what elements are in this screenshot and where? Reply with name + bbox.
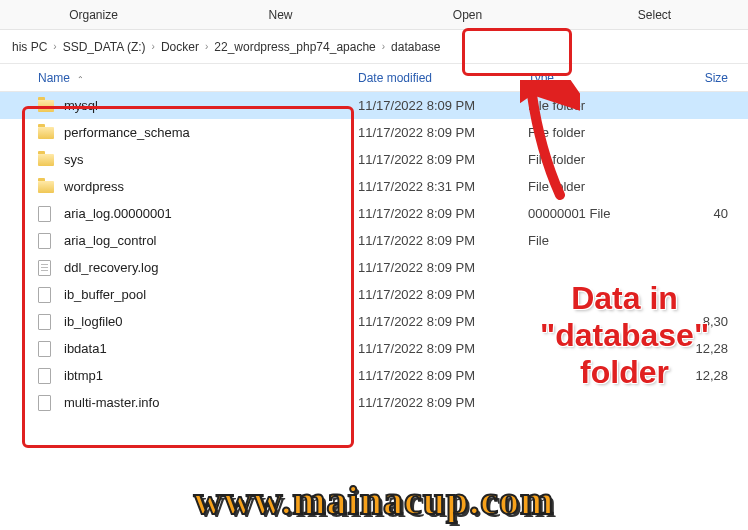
file-icon bbox=[38, 314, 51, 330]
file-name: aria_log_control bbox=[64, 233, 358, 248]
file-icon bbox=[38, 341, 51, 357]
file-date: 11/17/2022 8:09 PM bbox=[358, 206, 528, 221]
breadcrumb-item[interactable]: database bbox=[387, 40, 444, 54]
toolbar-open[interactable]: Open bbox=[374, 0, 561, 29]
column-size[interactable]: Size bbox=[668, 71, 728, 85]
file-date: 11/17/2022 8:09 PM bbox=[358, 260, 528, 275]
document-icon bbox=[38, 260, 51, 276]
file-date: 11/17/2022 8:09 PM bbox=[358, 125, 528, 140]
file-size: 8,30 bbox=[668, 314, 728, 329]
file-row[interactable]: ib_buffer_pool11/17/2022 8:09 PM bbox=[0, 281, 748, 308]
file-row[interactable]: sys11/17/2022 8:09 PMFile folder bbox=[0, 146, 748, 173]
file-date: 11/17/2022 8:09 PM bbox=[358, 152, 528, 167]
file-row[interactable]: wordpress11/17/2022 8:31 PMFile folder bbox=[0, 173, 748, 200]
file-row[interactable]: ibdata111/17/2022 8:09 PM12,28 bbox=[0, 335, 748, 362]
file-type: File bbox=[528, 233, 668, 248]
file-date: 11/17/2022 8:09 PM bbox=[358, 314, 528, 329]
toolbar-organize[interactable]: Organize bbox=[0, 0, 187, 29]
column-label: Name bbox=[38, 71, 70, 85]
file-name: ddl_recovery.log bbox=[64, 260, 358, 275]
file-name: ib_logfile0 bbox=[64, 314, 358, 329]
file-name: ib_buffer_pool bbox=[64, 287, 358, 302]
file-row[interactable]: performance_schema11/17/2022 8:09 PMFile… bbox=[0, 119, 748, 146]
file-name: multi-master.info bbox=[64, 395, 358, 410]
file-row[interactable]: mysql11/17/2022 8:09 PMFile folder bbox=[0, 92, 748, 119]
file-size: 12,28 bbox=[668, 368, 728, 383]
folder-icon bbox=[38, 127, 54, 139]
file-name: ibdata1 bbox=[64, 341, 358, 356]
file-icon bbox=[38, 233, 51, 249]
breadcrumb-item[interactable]: SSD_DATA (Z:) bbox=[59, 40, 150, 54]
file-row[interactable]: aria_log.0000000111/17/2022 8:09 PM00000… bbox=[0, 200, 748, 227]
file-date: 11/17/2022 8:09 PM bbox=[358, 98, 528, 113]
file-row[interactable]: aria_log_control11/17/2022 8:09 PMFile bbox=[0, 227, 748, 254]
file-name: mysql bbox=[64, 98, 358, 113]
file-date: 11/17/2022 8:31 PM bbox=[358, 179, 528, 194]
chevron-right-icon: › bbox=[380, 41, 387, 52]
toolbar-select[interactable]: Select bbox=[561, 0, 748, 29]
file-name: ibtmp1 bbox=[64, 368, 358, 383]
file-row[interactable]: ib_logfile011/17/2022 8:09 PM8,30 bbox=[0, 308, 748, 335]
toolbar-new[interactable]: New bbox=[187, 0, 374, 29]
sort-ascending-icon: ⌃ bbox=[77, 75, 84, 84]
file-date: 11/17/2022 8:09 PM bbox=[358, 233, 528, 248]
chevron-right-icon: › bbox=[203, 41, 210, 52]
chevron-right-icon: › bbox=[51, 41, 58, 52]
file-name: performance_schema bbox=[64, 125, 358, 140]
file-name: sys bbox=[64, 152, 358, 167]
file-size: 12,28 bbox=[668, 341, 728, 356]
breadcrumb-item[interactable]: Docker bbox=[157, 40, 203, 54]
file-icon bbox=[38, 368, 51, 384]
column-name[interactable]: Name ⌃ bbox=[38, 71, 358, 85]
file-row[interactable]: ibtmp111/17/2022 8:09 PM12,28 bbox=[0, 362, 748, 389]
column-type[interactable]: Type bbox=[528, 71, 668, 85]
file-type: 00000001 File bbox=[528, 206, 668, 221]
folder-icon bbox=[38, 100, 54, 112]
folder-icon bbox=[38, 154, 54, 166]
file-icon bbox=[38, 395, 51, 411]
columns-header: Name ⌃ Date modified Type Size bbox=[0, 64, 748, 92]
file-icon bbox=[38, 287, 51, 303]
file-icon bbox=[38, 206, 51, 222]
breadcrumb[interactable]: his PC › SSD_DATA (Z:) › Docker › 22_wor… bbox=[0, 30, 748, 64]
file-date: 11/17/2022 8:09 PM bbox=[358, 287, 528, 302]
file-date: 11/17/2022 8:09 PM bbox=[358, 395, 528, 410]
toolbar: Organize New Open Select bbox=[0, 0, 748, 30]
file-list: mysql11/17/2022 8:09 PMFile folderperfor… bbox=[0, 92, 748, 416]
folder-icon bbox=[38, 181, 54, 193]
chevron-right-icon: › bbox=[150, 41, 157, 52]
breadcrumb-item[interactable]: his PC bbox=[8, 40, 51, 54]
file-date: 11/17/2022 8:09 PM bbox=[358, 368, 528, 383]
file-row[interactable]: ddl_recovery.log11/17/2022 8:09 PM bbox=[0, 254, 748, 281]
file-date: 11/17/2022 8:09 PM bbox=[358, 341, 528, 356]
file-type: File folder bbox=[528, 152, 668, 167]
breadcrumb-item[interactable]: 22_wordpress_php74_apache bbox=[210, 40, 379, 54]
file-size: 40 bbox=[668, 206, 728, 221]
file-type: File folder bbox=[528, 179, 668, 194]
file-type: File folder bbox=[528, 98, 668, 113]
file-row[interactable]: multi-master.info11/17/2022 8:09 PM bbox=[0, 389, 748, 416]
watermark: www.mainacup.com bbox=[194, 477, 554, 524]
file-name: wordpress bbox=[64, 179, 358, 194]
column-date[interactable]: Date modified bbox=[358, 71, 528, 85]
file-type: File folder bbox=[528, 125, 668, 140]
file-name: aria_log.00000001 bbox=[64, 206, 358, 221]
